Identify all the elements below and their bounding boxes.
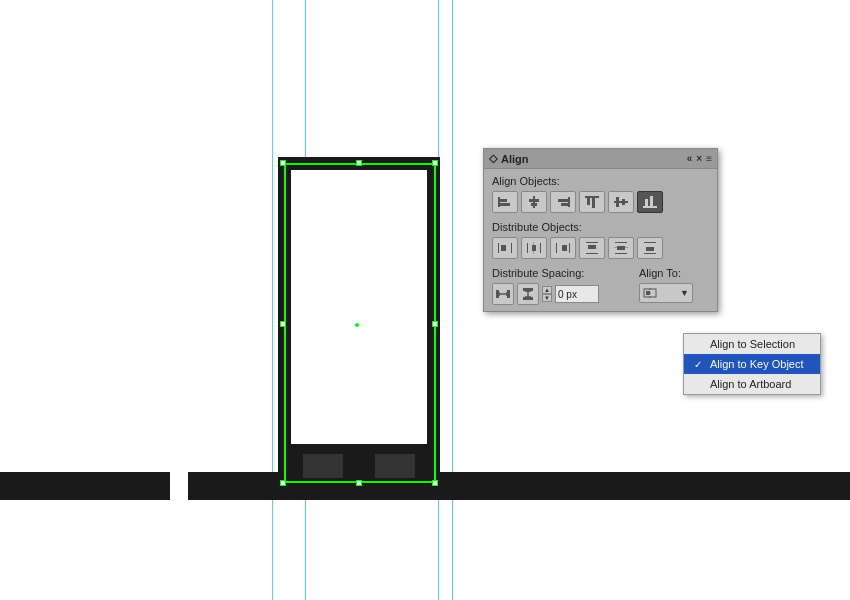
align-left-edges-btn[interactable] [492,191,518,213]
guide-line-v1 [272,0,273,600]
svg-rect-1 [500,199,507,202]
align-right-edges-btn[interactable] [550,191,576,213]
svg-rect-30 [588,245,596,249]
svg-rect-26 [569,243,570,253]
spacing-input[interactable] [555,285,599,303]
align-to-artboard-item[interactable]: Align to Artboard [684,374,820,394]
bottom-section: Distribute Spacing: [492,267,709,305]
svg-rect-34 [614,247,628,248]
svg-rect-22 [540,243,541,253]
align-to-dropdown[interactable]: ▼ [639,283,693,303]
align-icon: ◇ [489,152,497,165]
align-v-centers-btn[interactable] [608,191,634,213]
phone-btn-right-inner [377,456,413,476]
spin-down[interactable]: ▼ [542,294,552,302]
svg-rect-32 [615,253,627,254]
svg-rect-20 [501,245,506,251]
align-objects-row [492,191,709,213]
svg-rect-11 [592,198,595,208]
align-objects-label: Align Objects: [492,175,709,187]
handle-bl[interactable] [280,480,286,486]
distribute-left-btn[interactable] [492,237,518,259]
svg-rect-28 [586,242,598,243]
svg-rect-7 [558,199,568,202]
distribute-centers-h-btn[interactable] [521,237,547,259]
align-to-label: Align To: [639,267,709,279]
svg-rect-10 [587,198,590,205]
svg-rect-35 [644,242,656,243]
panel-titlebar: ◇ Align « × ≡ [484,149,717,169]
svg-rect-17 [650,196,653,206]
spacing-spinner[interactable]: ▲ ▼ [542,286,552,302]
band-gap1 [170,472,188,500]
svg-rect-25 [556,243,557,253]
panel-title: ◇ Align [489,152,529,165]
svg-rect-29 [586,253,598,254]
align-top-edges-btn[interactable] [579,191,605,213]
artboard-checkmark [694,379,706,390]
panel-controls: « × ≡ [687,153,712,164]
dropdown-arrow: ▼ [680,288,689,298]
distribute-h-spacing-btn[interactable] [492,283,514,305]
handle-tc[interactable] [356,160,362,166]
handle-br[interactable] [432,480,438,486]
svg-rect-13 [616,197,619,207]
svg-rect-16 [645,199,648,206]
handle-ml[interactable] [280,321,286,327]
distribute-v-spacing-btn[interactable] [517,283,539,305]
handle-tl[interactable] [280,160,286,166]
svg-rect-19 [511,243,512,253]
distribute-right-btn[interactable] [550,237,576,259]
align-to-selection-item[interactable]: Align to Selection [684,334,820,354]
handle-bc[interactable] [356,480,362,486]
align-panel: ◇ Align « × ≡ Align Objects: [483,148,718,312]
svg-rect-18 [498,243,499,253]
guide-line-v4 [452,0,453,600]
svg-rect-9 [585,196,599,198]
distribute-spacing-label: Distribute Spacing: [492,267,631,279]
distribute-top-btn[interactable] [579,237,605,259]
svg-rect-37 [646,247,654,251]
close-button[interactable]: × [696,153,702,164]
canvas: ◇ Align « × ≡ Align Objects: [0,0,850,600]
svg-rect-36 [644,253,656,254]
svg-rect-8 [561,203,568,206]
align-to-key-object-label: Align to Key Object [710,358,804,370]
svg-rect-15 [643,206,657,208]
menu-button[interactable]: ≡ [706,153,712,164]
phone-shape [278,157,440,489]
svg-rect-2 [500,203,510,206]
svg-rect-49 [646,291,650,295]
align-h-centers-btn[interactable] [521,191,547,213]
svg-rect-24 [533,242,534,254]
distribute-objects-row [492,237,709,259]
key-object-checkmark: ✓ [694,359,706,370]
align-to-icon [643,287,657,299]
distribute-spacing-row: ▲ ▼ [492,283,631,305]
align-bottom-edges-btn[interactable] [637,191,663,213]
svg-rect-14 [622,199,625,205]
align-to-key-object-item[interactable]: ✓ Align to Key Object [684,354,820,374]
svg-rect-27 [562,245,567,251]
svg-rect-5 [531,203,537,206]
distribute-objects-label: Distribute Objects: [492,221,709,233]
phone-screen [291,170,427,444]
svg-rect-31 [615,242,627,243]
handle-mr[interactable] [432,321,438,327]
align-to-artboard-label: Align to Artboard [710,378,791,390]
svg-rect-6 [568,197,570,207]
handle-tr[interactable] [432,160,438,166]
panel-body: Align Objects: [484,169,717,311]
svg-rect-21 [527,243,528,253]
distribute-spacing-col: Distribute Spacing: [492,267,631,305]
selection-checkmark [694,339,706,350]
panel-title-label: Align [501,153,529,165]
collapse-button[interactable]: « [687,153,693,164]
center-marker [355,323,359,327]
align-to-selection-label: Align to Selection [710,338,795,350]
distribute-centers-v-btn[interactable] [608,237,634,259]
align-to-col: Align To: ▼ [639,267,709,303]
svg-rect-4 [529,199,539,202]
spin-up[interactable]: ▲ [542,286,552,294]
distribute-bottom-btn[interactable] [637,237,663,259]
